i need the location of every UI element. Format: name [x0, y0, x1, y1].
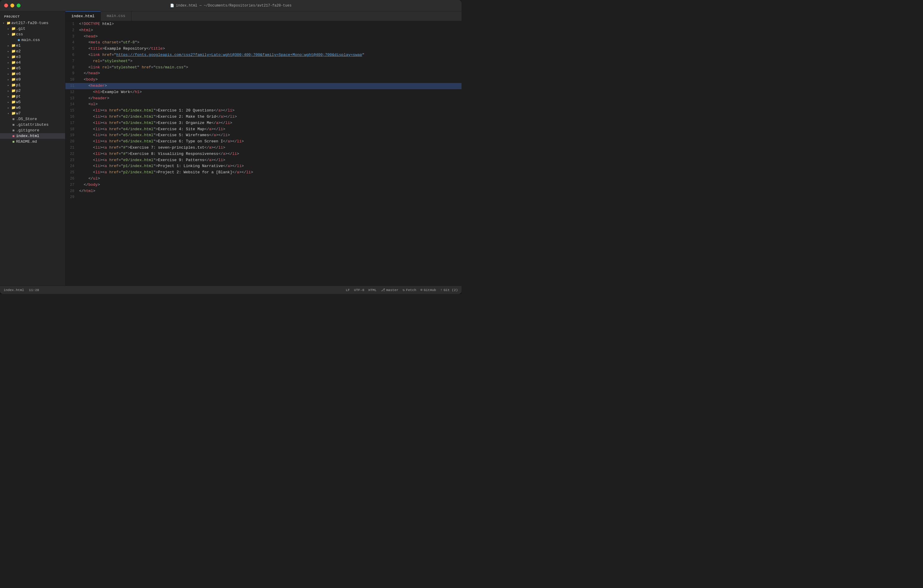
- tab-main-css[interactable]: main.css: [101, 11, 131, 21]
- line-num-27: 27: [66, 182, 78, 188]
- minimize-button[interactable]: [10, 3, 14, 7]
- line-num-17: 17: [66, 120, 78, 126]
- editor-content[interactable]: 1 <!DOCTYPE html> 2 <html> 3 <head>: [66, 21, 462, 286]
- fetch-text: Fetch: [406, 288, 416, 292]
- folder-w7-icon: 📁: [11, 111, 16, 116]
- status-line-ending[interactable]: LF: [346, 288, 350, 292]
- status-filename-text: index.html: [3, 288, 24, 292]
- line-27: 27 </body>: [66, 182, 462, 188]
- line-1: 1 <!DOCTYPE html>: [66, 21, 462, 27]
- code-table: 1 <!DOCTYPE html> 2 <html> 3 <head>: [66, 21, 462, 200]
- status-github[interactable]: ⊙ GitHub: [420, 288, 436, 292]
- status-branch[interactable]: ⎇ master: [381, 288, 399, 292]
- chevron-down-icon: ▾: [1, 21, 6, 25]
- chevron-right-icon: ▸: [6, 95, 11, 99]
- line-num-2: 2: [66, 27, 78, 34]
- line-11: 11 <header>: [66, 83, 462, 89]
- line-num-19: 19: [66, 132, 78, 138]
- status-encoding[interactable]: UTF-8: [354, 288, 365, 292]
- gitattributes-name: .gitattributes: [16, 123, 65, 127]
- chevron-right-icon: ▸: [6, 84, 11, 87]
- sidebar-item-gitattributes[interactable]: ◼ .gitattributes: [0, 122, 65, 128]
- chevron-right-icon: ▸: [6, 44, 11, 48]
- line-code-10: <body>: [78, 77, 462, 83]
- sidebar-item-e5[interactable]: ▸ 📁 e5: [0, 66, 65, 71]
- sidebar-item-dsstore[interactable]: ◼ .DS_Store: [0, 116, 65, 122]
- folder-pt-icon: 📁: [11, 94, 16, 99]
- line-code-8: <link rel="stylesheet" href="css/main.cs…: [78, 64, 462, 71]
- sidebar-item-e4[interactable]: ▸ 📁 e4: [0, 60, 65, 66]
- sidebar-item-css-folder[interactable]: ▾ 📁 css: [0, 31, 65, 37]
- sidebar-item-maincss[interactable]: ◼ main.css: [0, 37, 65, 43]
- sidebar-item-w6[interactable]: ▸ 📁 w6: [0, 105, 65, 110]
- folder-e6-icon: 📁: [11, 72, 16, 76]
- line-29: 29: [66, 194, 462, 200]
- line-num-5: 5: [66, 46, 78, 52]
- line-code-13: </header>: [78, 95, 462, 102]
- line-17: 17 <li><a href="e3/index.html">Exercise …: [66, 120, 462, 126]
- sidebar-item-w5[interactable]: ▸ 📁 w5: [0, 99, 65, 105]
- folder-p1-icon: 📁: [11, 83, 16, 87]
- sidebar-item-e2[interactable]: ▸ 📁 e2: [0, 48, 65, 54]
- line-23: 23 <li><a href="e9/index.html">Exercise …: [66, 157, 462, 164]
- sidebar-item-e3[interactable]: ▸ 📁 e3: [0, 54, 65, 60]
- root-folder-name: avt217-fa20-tues: [11, 21, 65, 25]
- gitattributes-icon: ◼: [11, 123, 16, 127]
- sidebar-item-e1[interactable]: ▸ 📁 e1: [0, 43, 65, 48]
- sidebar-item-index-html[interactable]: ◼ index.html: [0, 133, 65, 139]
- line-8: 8 <link rel="stylesheet" href="css/main.…: [66, 64, 462, 71]
- p1-folder-name: p1: [16, 83, 65, 87]
- branch-text: master: [386, 288, 399, 292]
- sidebar-item-readme[interactable]: ◼ README.md: [0, 139, 65, 145]
- sidebar-item-git[interactable]: ▸ 📁 .git: [0, 26, 65, 31]
- status-filename: index.html: [3, 288, 24, 292]
- close-button[interactable]: [4, 3, 8, 7]
- tabs-bar: index.html main.css: [66, 11, 462, 21]
- status-language[interactable]: HTML: [368, 288, 377, 292]
- folder-git-icon: 📁: [11, 26, 16, 31]
- line-code-29: [78, 194, 462, 200]
- e3-folder-name: e3: [16, 55, 65, 59]
- e6-folder-name: e6: [16, 72, 65, 76]
- sidebar-item-root[interactable]: ▾ 📁 avt217-fa20-tues: [0, 20, 65, 26]
- branch-icon: ⎇: [381, 288, 385, 292]
- chevron-right-icon: ▸: [6, 67, 11, 70]
- line-code-6: <link href="https://fonts.googleapis.com…: [78, 52, 462, 58]
- line-num-22: 22: [66, 151, 78, 157]
- sidebar-item-w7[interactable]: ▾ 📁 w7: [0, 110, 65, 116]
- line-code-1: <!DOCTYPE html>: [78, 21, 462, 27]
- line-16: 16 <li><a href="e2/index.html">Exercise …: [66, 114, 462, 120]
- folder-icon: 📁: [6, 21, 11, 25]
- sidebar-item-pt[interactable]: ▸ 📁 pt: [0, 94, 65, 99]
- sidebar-item-gitignore[interactable]: ◼ .gitignore: [0, 128, 65, 133]
- line-10: 10 <body>: [66, 77, 462, 83]
- sidebar-item-p2[interactable]: ▸ 📁 p2: [0, 88, 65, 94]
- line-num-4: 4: [66, 39, 78, 46]
- maincss-name: main.css: [21, 38, 65, 42]
- folder-p2-icon: 📁: [11, 89, 16, 93]
- sidebar-item-e6[interactable]: ▸ 📁 e6: [0, 71, 65, 77]
- chevron-right-icon: ▸: [6, 72, 11, 76]
- line-code-15: <li><a href="e1/index.html">Exercise 1: …: [78, 108, 462, 114]
- sidebar-item-p1[interactable]: ▸ 📁 p1: [0, 82, 65, 88]
- tab-index-html[interactable]: index.html: [66, 11, 101, 21]
- line-num-9: 9: [66, 71, 78, 77]
- line-19: 19 <li><a href="e5/index.html">Exercise …: [66, 132, 462, 138]
- status-fetch[interactable]: ↻ Fetch: [402, 288, 416, 292]
- md-file-icon: ◼: [11, 140, 16, 144]
- line-num-18: 18: [66, 126, 78, 133]
- main-window: 📄 index.html — ~/Documents/Repositories/…: [0, 0, 462, 294]
- line-22: 22 <li><a href="#">Exercise 8: Visualizi…: [66, 151, 462, 157]
- maximize-button[interactable]: [16, 3, 21, 7]
- editor-area: index.html main.css 1 <!DOCTYPE html> 2: [66, 11, 462, 286]
- chevron-right-icon: ▸: [6, 89, 11, 93]
- tab-css-label: main.css: [107, 14, 125, 18]
- status-git[interactable]: ↑ Git (2): [440, 288, 458, 292]
- w6-folder-name: w6: [16, 105, 65, 110]
- line-num-11: 11: [66, 83, 78, 89]
- p2-folder-name: p2: [16, 89, 65, 93]
- line-code-25: <li><a href="p2/index.html">Project 2: W…: [78, 169, 462, 176]
- line-code-26: </ul>: [78, 176, 462, 182]
- sidebar-item-e9[interactable]: ▸ 📁 e9: [0, 77, 65, 82]
- line-2: 2 <html>: [66, 27, 462, 34]
